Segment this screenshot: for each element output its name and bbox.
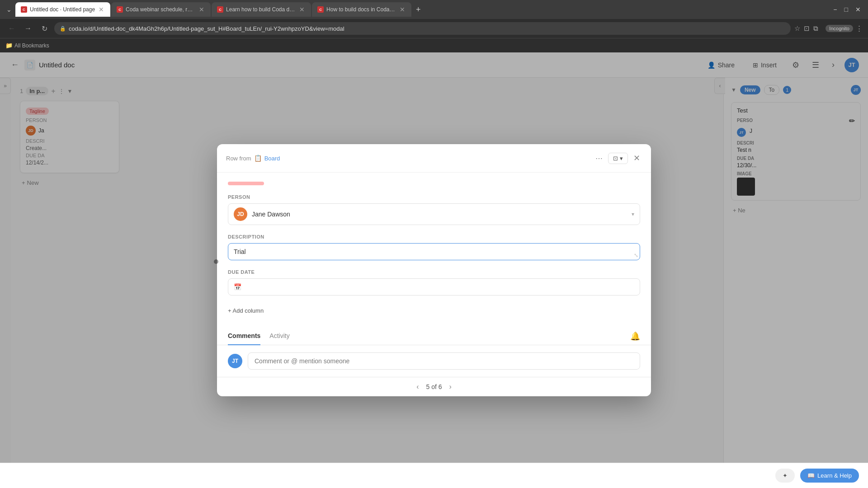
due-date-field-label: DUE DATE — [228, 269, 640, 275]
tab-switcher[interactable]: ⌄ — [4, 4, 14, 15]
comment-input[interactable] — [248, 352, 640, 370]
url-bar[interactable]: 🔒 coda.io/d/Untitled-doc_dk4MaGh2h6p/Unt… — [54, 22, 791, 35]
tab-untitled-doc[interactable]: C Untitled doc · Untitled page ✕ — [15, 2, 110, 17]
back-button[interactable]: ← — [5, 22, 18, 35]
status-label-bar — [228, 182, 264, 185]
tab-bar: ⌄ C Untitled doc · Untitled page ✕ C Cod… — [0, 0, 868, 19]
tab-favicon-2: C — [117, 6, 123, 13]
next-page-button[interactable]: › — [449, 383, 452, 391]
description-field-section: DESCRIPTION ⤡ — [228, 234, 640, 260]
tab-title-4: How to build docs in Coda, cre... — [326, 6, 396, 13]
due-date-field-section: DUE DATE 📅 — [228, 269, 640, 296]
pagination: ‹ 5 of 6 › — [416, 383, 452, 391]
lock-icon: 🔒 — [60, 26, 66, 32]
tab-comments-label: Comments — [228, 332, 260, 339]
ai-button[interactable]: ✦ — [775, 469, 795, 483]
description-field-label: DESCRIPTION — [228, 234, 640, 239]
ai-icon: ✦ — [783, 472, 788, 479]
bookmark-star-icon[interactable]: ☆ — [794, 24, 800, 33]
tab-activity[interactable]: Activity — [269, 328, 289, 345]
modal-header: Row from 📋 Board ⋯ ⊡ ▾ ✕ — [217, 144, 651, 173]
tab-favicon-3: C — [217, 6, 223, 13]
person-selector[interactable]: JD Jane Dawson ▾ — [228, 203, 640, 225]
bookmarks-icon[interactable]: 📁 — [5, 42, 13, 49]
tab-webinar[interactable]: C Coda webinar schedule, regist... ✕ — [111, 2, 211, 17]
new-tab-button[interactable]: + — [412, 3, 425, 16]
page-info: 5 of 6 — [426, 383, 442, 390]
close-button[interactable]: ✕ — [855, 6, 861, 13]
modal-header-actions: ⋯ ⊡ ▾ ✕ — [594, 151, 642, 165]
modal-row: Row from 📋 Board ⋯ ⊡ ▾ ✕ PERSON JD — [217, 144, 651, 396]
bookmarks-label[interactable]: All Bookmarks — [14, 42, 49, 49]
calendar-icon: 📅 — [234, 283, 241, 291]
board-icon: 📋 — [254, 155, 262, 162]
window-controls: − □ ✕ — [833, 6, 864, 13]
modal-overlay[interactable]: Row from 📋 Board ⋯ ⊡ ▾ ✕ PERSON JD — [0, 52, 868, 488]
modal-footer: ‹ 5 of 6 › — [217, 377, 651, 396]
modal-view-button[interactable]: ⊡ ▾ — [608, 153, 628, 164]
tab-title-3: Learn how to build Coda docs... — [226, 6, 296, 13]
tab-title-1: Untitled doc · Untitled page — [30, 6, 95, 13]
tab-close-4[interactable]: ✕ — [399, 6, 406, 13]
person-avatar: JD — [234, 207, 247, 221]
description-wrapper: ⤡ — [228, 243, 640, 260]
profile-area: Incognito ⋮ — [826, 24, 863, 33]
learn-help-button[interactable]: 📖 Learn & Help — [800, 469, 859, 483]
tab-close-3[interactable]: ✕ — [298, 6, 306, 13]
tab-comments[interactable]: Comments — [228, 328, 260, 345]
modal-tabs: Comments Activity 🔔 — [217, 328, 651, 345]
add-column-label: + Add column — [228, 307, 264, 314]
modal-source: Row from 📋 Board — [226, 155, 280, 162]
tab-favicon-1: C — [21, 6, 27, 13]
tab-learn[interactable]: C Learn how to build Coda docs... ✕ — [212, 2, 311, 17]
tab-close-2[interactable]: ✕ — [198, 6, 205, 13]
tab-title-2: Coda webinar schedule, regist... — [126, 6, 195, 13]
description-input[interactable] — [228, 243, 640, 260]
incognito-badge: Incognito — [826, 25, 853, 32]
refresh-button[interactable]: ↻ — [38, 22, 51, 35]
view-icon: ⊡ — [613, 155, 618, 162]
bottom-bar: ✦ 📖 Learn & Help — [0, 463, 868, 488]
browser-menu-icon[interactable]: ⋮ — [856, 24, 863, 33]
tab-howto[interactable]: C How to build docs in Coda, cre... ✕ — [312, 2, 411, 17]
tab-activity-label: Activity — [269, 332, 289, 339]
modal-source-name[interactable]: Board — [264, 155, 280, 162]
learn-label: Learn & Help — [817, 472, 852, 479]
forward-button[interactable]: → — [22, 22, 34, 35]
person-field-section: PERSON JD Jane Dawson ▾ — [228, 194, 640, 225]
commenter-avatar: JT — [228, 354, 242, 368]
modal-more-icon[interactable]: ⋯ — [594, 152, 604, 164]
prev-page-button[interactable]: ‹ — [416, 383, 419, 391]
modal-close-button[interactable]: ✕ — [632, 151, 642, 165]
tab-close-1[interactable]: ✕ — [98, 6, 105, 13]
person-chevron-icon: ▾ — [632, 211, 634, 217]
minimize-button[interactable]: − — [833, 6, 837, 13]
person-field-label: PERSON — [228, 194, 640, 200]
extensions-icon[interactable]: ⧉ — [813, 24, 818, 33]
modal-source-prefix: Row from — [226, 155, 251, 162]
modal-tab-actions: 🔔 — [630, 328, 640, 345]
address-bar-row: ← → ↻ 🔒 coda.io/d/Untitled-doc_dk4MaGh2h… — [0, 19, 868, 38]
person-name: Jane Dawson — [252, 211, 627, 218]
resize-handle-icon: ⤡ — [634, 252, 638, 258]
maximize-button[interactable]: □ — [844, 6, 848, 13]
notification-bell-icon[interactable]: 🔔 — [630, 331, 640, 341]
url-text: coda.io/d/Untitled-doc_dk4MaGh2h6p/Untit… — [69, 25, 344, 32]
learn-icon: 📖 — [807, 472, 815, 479]
address-bar-actions: ☆ ⊡ ⧉ — [794, 24, 818, 33]
split-screen-icon[interactable]: ⊡ — [804, 24, 810, 33]
comment-area: JT — [217, 345, 651, 377]
add-column-button[interactable]: + Add column — [228, 305, 640, 317]
bookmarks-bar: 📁 All Bookmarks — [0, 38, 868, 52]
modal-body: PERSON JD Jane Dawson ▾ DESCRIPTION ⤡ DU… — [217, 173, 651, 326]
due-date-picker[interactable]: 📅 — [228, 278, 640, 296]
view-chevron-icon: ▾ — [620, 155, 623, 162]
tab-favicon-4: C — [317, 6, 324, 13]
